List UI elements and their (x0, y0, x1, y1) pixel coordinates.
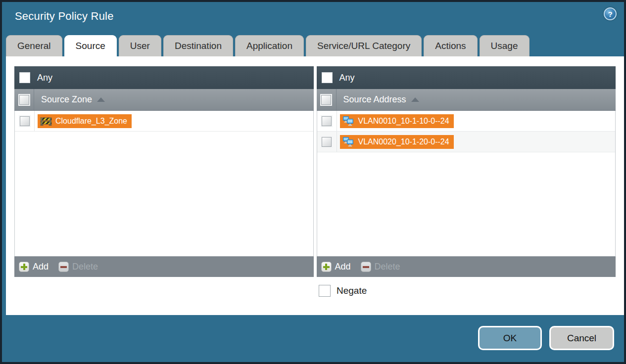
minus-icon (58, 262, 69, 272)
source-address-footer: Add Delete (317, 256, 616, 277)
source-zone-tag[interactable]: Cloudflare_L3_Zone (38, 114, 132, 128)
source-zone-any-label: Any (37, 73, 52, 83)
source-address-row[interactable]: VLAN0010_10-1-10-0--24 (317, 111, 616, 132)
source-address-list: VLAN0010_10-1-10-0--24 (317, 111, 616, 256)
source-address-any-checkbox[interactable] (322, 72, 333, 83)
source-zone-row-label: Cloudflare_L3_Zone (55, 117, 127, 126)
security-policy-rule-dialog: Security Policy Rule ? General Source Us… (0, 0, 626, 364)
source-zone-any-bar: Any (14, 66, 314, 89)
source-zone-select-all-checkbox[interactable] (19, 95, 29, 105)
sort-ascending-icon (411, 97, 419, 102)
tab-application[interactable]: Application (235, 35, 304, 56)
plus-icon (321, 262, 332, 272)
source-zone-footer: Add Delete (14, 256, 314, 277)
source-address-column-header[interactable]: Source Address (317, 89, 616, 111)
source-zone-select-all-cell (14, 89, 34, 110)
source-address-row-checkbox[interactable] (322, 137, 332, 147)
network-icon (342, 136, 355, 147)
tab-usage[interactable]: Usage (480, 35, 530, 56)
sort-ascending-icon (97, 97, 105, 102)
tab-actions[interactable]: Actions (424, 35, 477, 56)
help-icon[interactable]: ? (604, 7, 617, 20)
tab-source[interactable]: Source (64, 35, 117, 56)
source-address-row[interactable]: VLAN0020_10-1-20-0--24 (317, 132, 616, 152)
source-zone-delete-label: Delete (72, 262, 98, 272)
dialog-button-row: OK Cancel (478, 326, 614, 350)
ok-button[interactable]: OK (478, 326, 542, 350)
source-address-panel: Any Source Address (317, 66, 616, 277)
source-address-any-bar: Any (317, 66, 616, 89)
source-address-row-checkbox[interactable] (322, 116, 332, 126)
source-address-row-label: VLAN0010_10-1-10-0--24 (358, 117, 449, 126)
source-zone-delete-button[interactable]: Delete (58, 262, 98, 272)
source-zone-panel: Any Source Zone (14, 66, 314, 277)
source-tab-content: Any Source Zone (6, 56, 624, 315)
tab-bar: General Source User Destination Applicat… (2, 32, 624, 56)
tab-user[interactable]: User (119, 35, 161, 56)
title-bar: Security Policy Rule ? (2, 2, 624, 32)
source-zone-add-label: Add (33, 262, 48, 272)
source-address-tag[interactable]: VLAN0010_10-1-10-0--24 (340, 114, 454, 128)
negate-label: Negate (337, 285, 367, 296)
source-zone-column-title: Source Zone (41, 94, 92, 105)
source-zone-add-button[interactable]: Add (19, 262, 48, 272)
tab-general[interactable]: General (6, 35, 62, 56)
negate-row: Negate (319, 285, 616, 297)
source-zone-row-checkbox[interactable] (20, 116, 30, 126)
source-address-any-label: Any (339, 73, 355, 83)
source-zone-column-header[interactable]: Source Zone (14, 89, 314, 111)
source-address-row-label: VLAN0020_10-1-20-0--24 (358, 137, 449, 146)
source-address-column-title: Source Address (343, 94, 406, 105)
cancel-button[interactable]: Cancel (549, 326, 614, 350)
source-zone-any-checkbox[interactable] (19, 72, 30, 83)
source-address-select-all-cell (317, 89, 337, 110)
source-zone-row[interactable]: Cloudflare_L3_Zone (15, 111, 313, 132)
tab-service-url-category[interactable]: Service/URL Category (306, 35, 422, 56)
minus-icon (361, 262, 371, 272)
tab-destination[interactable]: Destination (163, 35, 233, 56)
source-address-tag[interactable]: VLAN0020_10-1-20-0--24 (340, 135, 454, 149)
negate-checkbox[interactable] (319, 285, 331, 297)
source-address-delete-button[interactable]: Delete (361, 262, 400, 272)
dialog-title: Security Policy Rule (15, 10, 114, 23)
source-address-select-all-checkbox[interactable] (321, 95, 331, 105)
source-address-add-label: Add (335, 262, 351, 272)
plus-icon (19, 262, 29, 272)
source-address-add-button[interactable]: Add (321, 262, 351, 272)
zone-icon (40, 117, 52, 126)
source-address-delete-label: Delete (375, 262, 400, 272)
network-icon (342, 116, 355, 127)
source-zone-list: Cloudflare_L3_Zone (14, 111, 314, 256)
